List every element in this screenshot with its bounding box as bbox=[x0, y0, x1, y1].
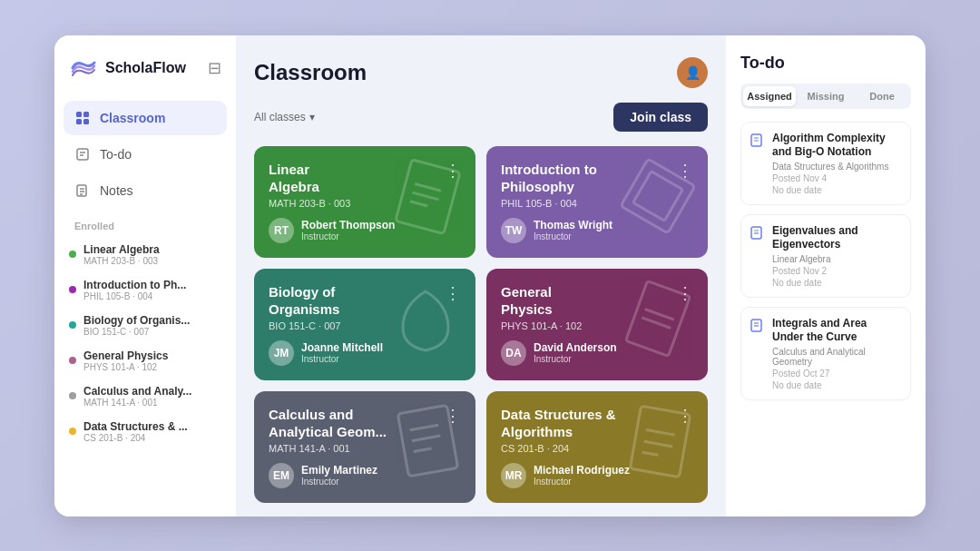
card-title: General Physics bbox=[501, 283, 591, 319]
instructor-name: Emily Martinez bbox=[301, 464, 377, 477]
chevron-down-icon: ▾ bbox=[309, 111, 315, 123]
instructor-name: Michael Rodriguez bbox=[534, 464, 630, 477]
filter-label: All classes bbox=[254, 111, 306, 123]
todo-tabs: Assigned Missing Done bbox=[740, 84, 911, 109]
todo-item-icon bbox=[750, 318, 765, 336]
sidebar-class-physics[interactable]: General Physics PHYS 101-A · 102 bbox=[54, 343, 236, 379]
card-top: Introduction to Philosophy PHIL 105-B · … bbox=[501, 161, 693, 209]
card-code: BIO 151-C · 007 bbox=[269, 320, 410, 331]
class-code: PHYS 101-A · 102 bbox=[83, 362, 168, 372]
sidebar-class-biology[interactable]: Biology of Organis... BIO 151-C · 007 bbox=[54, 308, 236, 343]
svg-rect-1 bbox=[83, 112, 89, 117]
todo-item-icon bbox=[750, 225, 765, 243]
sidebar: ScholaFlow ⊟ Classroom To-do Notes bbox=[54, 35, 236, 517]
card-title: Introduction to Philosophy bbox=[501, 161, 648, 196]
todo-item-posted: Posted Nov 4 bbox=[772, 173, 901, 183]
card-instructor: RT Robert Thompson Instructor bbox=[269, 218, 461, 243]
todo-item-1: Eigenvalues and Eigenvectors Linear Alge… bbox=[740, 214, 911, 298]
instructor-avatar: MR bbox=[501, 463, 526, 488]
instructor-role: Instructor bbox=[301, 231, 395, 241]
svg-rect-4 bbox=[77, 149, 88, 160]
class-card-linear-algebra[interactable]: Linear Algebra MATH 203-B · 003 ⋮ RT Rob… bbox=[254, 146, 475, 258]
sidebar-item-todo[interactable]: To-do bbox=[64, 137, 227, 172]
filter-bar: All classes ▾ Join class bbox=[254, 103, 708, 132]
tab-assigned[interactable]: Assigned bbox=[743, 86, 796, 106]
svg-rect-0 bbox=[76, 112, 82, 117]
instructor-role: Instructor bbox=[301, 477, 377, 487]
card-title: Biology of Organisms bbox=[269, 283, 388, 319]
class-code: MATH 203-B · 003 bbox=[83, 256, 160, 266]
card-instructor: MR Michael Rodriguez Instructor bbox=[501, 463, 693, 488]
sidebar-class-datastructures[interactable]: Data Structures & ... CS 201-B · 204 bbox=[54, 414, 236, 449]
class-name: Biology of Organis... bbox=[83, 314, 190, 327]
instructor-name: Thomas Wright bbox=[534, 219, 612, 231]
todo-panel: To-do Assigned Missing Done Algorithm Co… bbox=[726, 35, 926, 517]
class-name: Data Structures & ... bbox=[83, 420, 188, 433]
instructor-avatar: EM bbox=[269, 463, 294, 488]
class-code: PHIL 105-B · 004 bbox=[83, 291, 186, 301]
class-card-biology[interactable]: Biology of Organisms BIO 151-C · 007 ⋮ J… bbox=[254, 269, 475, 380]
card-instructor: EM Emily Martinez Instructor bbox=[269, 463, 461, 488]
sidebar-class-calculus[interactable]: Calculus and Analy... MATH 141-A · 001 bbox=[54, 379, 236, 414]
more-options-icon[interactable]: ⋮ bbox=[677, 283, 693, 303]
todo-label: To-do bbox=[100, 147, 132, 162]
todo-list: Algorithm Complexity and Big-O Notation … bbox=[740, 122, 911, 401]
class-dot bbox=[69, 357, 76, 364]
todo-item-title: Algorithm Complexity and Big-O Notation bbox=[772, 132, 901, 160]
todo-item-due: No due date bbox=[772, 380, 901, 390]
card-instructor: JM Joanne Mitchell Instructor bbox=[269, 340, 461, 366]
todo-item-course: Calculus and Analytical Geometry bbox=[772, 347, 901, 367]
classes-grid: Linear Algebra MATH 203-B · 003 ⋮ RT Rob… bbox=[254, 146, 708, 503]
class-card-datastructures[interactable]: Data Structures & Algorithms CS 201-B · … bbox=[486, 391, 708, 503]
sidebar-class-linear-algebra[interactable]: Linear Algebra MATH 203-B · 003 bbox=[54, 237, 236, 272]
sidebar-item-classroom[interactable]: Classroom bbox=[64, 101, 227, 135]
class-name: Introduction to Ph... bbox=[83, 279, 186, 291]
instructor-avatar: DA bbox=[501, 340, 526, 366]
todo-icon bbox=[74, 146, 91, 162]
card-title: Calculus and Analytical Geom... bbox=[269, 406, 418, 441]
main-content: Classroom 👤 All classes ▾ Join class bbox=[236, 35, 726, 517]
join-class-button[interactable]: Join class bbox=[613, 103, 708, 132]
class-card-philosophy[interactable]: Introduction to Philosophy PHIL 105-B · … bbox=[486, 146, 708, 258]
class-dot bbox=[69, 251, 76, 258]
class-card-physics[interactable]: General Physics PHYS 101-A · 102 ⋮ DA Da… bbox=[486, 269, 708, 380]
instructor-role: Instructor bbox=[301, 354, 383, 364]
card-title: Data Structures & Algorithms bbox=[501, 406, 651, 441]
class-code: CS 201-B · 204 bbox=[83, 433, 188, 443]
main-header: Classroom 👤 bbox=[254, 57, 708, 88]
instructor-name: Joanne Mitchell bbox=[301, 341, 383, 354]
enrolled-classes-list: Linear Algebra MATH 203-B · 003 Introduc… bbox=[54, 237, 236, 449]
todo-item-due: No due date bbox=[772, 278, 901, 288]
card-instructor: TW Thomas Wright Instructor bbox=[501, 218, 693, 243]
more-options-icon[interactable]: ⋮ bbox=[445, 406, 461, 426]
page-title: Classroom bbox=[254, 60, 367, 85]
instructor-name: Robert Thompson bbox=[301, 219, 395, 231]
svg-rect-3 bbox=[83, 119, 89, 124]
more-options-icon[interactable]: ⋮ bbox=[445, 161, 461, 181]
todo-item-course: Data Structures & Algorithms bbox=[772, 162, 901, 172]
card-top: Biology of Organisms BIO 151-C · 007 ⋮ bbox=[269, 283, 461, 331]
todo-item-2: Integrals and Area Under the Curve Calcu… bbox=[740, 307, 911, 400]
app-name: ScholaFlow bbox=[105, 60, 186, 76]
card-code: PHIL 105-B · 004 bbox=[501, 198, 674, 209]
more-options-icon[interactable]: ⋮ bbox=[677, 161, 693, 181]
tab-missing[interactable]: Missing bbox=[799, 86, 852, 106]
instructor-avatar: JM bbox=[269, 340, 294, 366]
todo-item-posted: Posted Oct 27 bbox=[772, 369, 901, 379]
sidebar-item-notes[interactable]: Notes bbox=[64, 173, 227, 208]
class-card-calculus[interactable]: Calculus and Analytical Geom... MATH 141… bbox=[254, 391, 475, 503]
todo-item-posted: Posted Nov 2 bbox=[772, 266, 901, 276]
logo: ScholaFlow ⊟ bbox=[54, 54, 236, 101]
sidebar-toggle-icon[interactable]: ⊟ bbox=[208, 58, 221, 78]
tab-done[interactable]: Done bbox=[856, 86, 908, 106]
sidebar-class-philosophy[interactable]: Introduction to Ph... PHIL 105-B · 004 bbox=[54, 272, 236, 308]
class-code: MATH 141-A · 001 bbox=[83, 398, 191, 408]
more-options-icon[interactable]: ⋮ bbox=[445, 283, 461, 303]
more-options-icon[interactable]: ⋮ bbox=[677, 406, 693, 426]
card-code: MATH 141-A · 001 bbox=[269, 443, 445, 454]
filter-dropdown[interactable]: All classes ▾ bbox=[254, 111, 315, 123]
instructor-role: Instructor bbox=[534, 231, 612, 241]
notes-label: Notes bbox=[100, 183, 133, 198]
todo-item-title: Integrals and Area Under the Curve bbox=[772, 317, 901, 345]
user-avatar[interactable]: 👤 bbox=[677, 57, 708, 88]
